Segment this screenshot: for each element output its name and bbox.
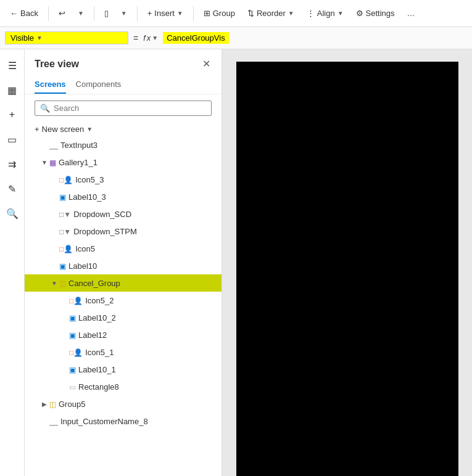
tree-tabs: Screens Components <box>25 76 222 94</box>
brush-icon-btn[interactable]: ✎ <box>1 178 23 200</box>
search-icon-btn[interactable]: 🔍 <box>1 202 23 224</box>
person-icon: □👤 <box>59 174 73 184</box>
list-item[interactable]: ▣Label10_2… <box>25 309 222 326</box>
undo-button[interactable]: ↩ <box>54 6 70 20</box>
reorder-label: Reorder <box>257 9 286 18</box>
person-icon: □👤 <box>69 347 83 357</box>
close-button[interactable]: ✕ <box>201 57 212 71</box>
insert-label: Insert <box>154 9 175 18</box>
fx-chevron: ▼ <box>152 35 158 41</box>
align-button[interactable]: ⋮ Align ▼ <box>302 6 349 20</box>
reorder-button[interactable]: ⇅ Reorder ▼ <box>242 6 299 20</box>
group-icon: ◫ <box>49 399 56 409</box>
item-label: Icon5_3 <box>75 175 217 184</box>
canvas-area <box>222 49 472 476</box>
separator-2 <box>94 6 94 21</box>
expand-button[interactable]: ▼ <box>49 278 59 288</box>
settings-button[interactable]: ⚙ Settings <box>351 6 400 20</box>
property-dropdown[interactable]: Visible ▼ <box>5 31 128 44</box>
list-item[interactable]: ⎯⎯Input_CustomerName_8 <box>25 412 222 430</box>
arrow-icon-btn[interactable]: ⇉ <box>1 153 23 175</box>
formula-value[interactable]: CancelGroupVis <box>163 32 228 44</box>
reorder-chevron: ▼ <box>288 10 294 17</box>
item-label: Rectangle8 <box>78 382 202 392</box>
insert-icon: + <box>147 9 152 18</box>
label-icon: ▣ <box>69 364 76 374</box>
main-area: ☰ ▦ + ▭ ⇉ ✎ 🔍 Tree view ✕ Screens Compon… <box>0 49 472 476</box>
group-button[interactable]: ⊞ Group <box>199 6 240 20</box>
reorder-icon: ⇅ <box>247 9 254 18</box>
fx-label: f <box>143 33 146 43</box>
copy-dropdown[interactable]: ▼ <box>116 7 132 19</box>
tab-screens[interactable]: Screens <box>35 76 66 94</box>
separator-4 <box>193 6 194 21</box>
expand-button[interactable]: ▶ <box>39 399 49 409</box>
list-item[interactable]: ▣Label12… <box>25 326 222 343</box>
list-item[interactable]: ▼◫Cancel_Group… <box>25 274 222 292</box>
list-item[interactable]: ▣Label10_3 <box>25 188 222 205</box>
list-item[interactable]: ⎯⎯TextInput3… <box>25 136 222 154</box>
back-button[interactable]: ← Back <box>5 6 43 20</box>
new-screen-label: New screen <box>42 125 85 134</box>
canvas-content <box>236 62 458 476</box>
gallery-icon: ▦ <box>49 157 56 167</box>
list-item[interactable]: ▶◫Group5 <box>25 395 222 412</box>
list-item[interactable]: ▣Label10_1… <box>25 361 222 378</box>
list-item[interactable]: ▭Rectangle8… <box>25 378 222 395</box>
new-screen-button[interactable]: + New screen ▼ <box>25 122 222 136</box>
list-item[interactable]: □▼Dropdown_STPM <box>25 223 222 240</box>
formula-bar: Visible ▼ = fx ▼ CancelGroupVis <box>0 27 472 49</box>
plus-icon-btn[interactable]: + <box>1 104 23 126</box>
item-label: Group5 <box>59 400 217 409</box>
tree-header: Tree view ✕ <box>25 49 222 76</box>
item-label: TextInput3 <box>60 141 202 150</box>
list-item[interactable]: □👤Icon5_1… <box>25 343 222 361</box>
undo-dropdown[interactable]: ▼ <box>73 7 89 19</box>
fx-x: x <box>147 33 151 43</box>
dropdown-icon: □▼ <box>59 209 71 219</box>
item-label: Dropdown_SCD <box>73 210 217 219</box>
components-icon-btn[interactable]: ▭ <box>1 128 23 150</box>
label-icon: ▣ <box>59 192 66 202</box>
list-item[interactable]: ▼▦Gallery1_1 <box>25 154 222 171</box>
list-item[interactable]: □👤Icon5_2… <box>25 292 222 309</box>
tab-components[interactable]: Components <box>76 76 122 94</box>
input-icon: ⎯⎯ <box>49 416 58 426</box>
expand-button[interactable]: ▼ <box>39 157 49 167</box>
item-label: Label10 <box>68 261 217 271</box>
list-item[interactable]: ▣Label10 <box>25 257 222 274</box>
dropdown-icon: □▼ <box>59 226 71 236</box>
item-label: Dropdown_STPM <box>73 227 217 236</box>
label-icon: ▣ <box>59 261 66 271</box>
item-label: Input_CustomerName_8 <box>60 417 217 426</box>
back-label: Back <box>20 9 38 18</box>
input-icon: ⎯⎯ <box>49 140 58 150</box>
rect-icon: ▭ <box>69 382 76 392</box>
back-icon: ← <box>10 9 18 18</box>
fx-button[interactable]: fx ▼ <box>143 33 158 43</box>
hamburger-icon-btn[interactable]: ☰ <box>1 54 23 76</box>
property-label: Visible <box>10 33 34 43</box>
property-chevron: ▼ <box>36 35 43 41</box>
more-button[interactable]: … <box>402 6 420 20</box>
list-item[interactable]: □👤Icon5_3 <box>25 171 222 188</box>
separator-1 <box>48 6 49 21</box>
group-icon: ⊞ <box>204 9 210 18</box>
person-icon: □👤 <box>69 295 83 305</box>
copy-button[interactable]: ▯ <box>99 6 114 20</box>
tree-panel: Tree view ✕ Screens Components 🔍 + New s… <box>25 49 222 476</box>
group-icon: ◫ <box>59 278 66 288</box>
search-input[interactable] <box>54 104 206 113</box>
sidebar-icon-rail: ☰ ▦ + ▭ ⇉ ✎ 🔍 <box>0 49 25 476</box>
insert-button[interactable]: + Insert ▼ <box>143 6 188 20</box>
align-icon: ⋮ <box>307 9 315 18</box>
settings-label: Settings <box>366 9 395 18</box>
search-box: 🔍 <box>35 101 212 116</box>
list-item[interactable]: □👤Icon5 <box>25 240 222 257</box>
new-screen-chevron: ▼ <box>86 126 93 133</box>
list-item[interactable]: □▼Dropdown_SCD <box>25 205 222 223</box>
layers-icon-btn[interactable]: ▦ <box>1 79 23 101</box>
item-label: Gallery1_1 <box>59 158 217 167</box>
item-label: Icon5 <box>75 244 217 253</box>
label-icon: ▣ <box>69 330 76 340</box>
